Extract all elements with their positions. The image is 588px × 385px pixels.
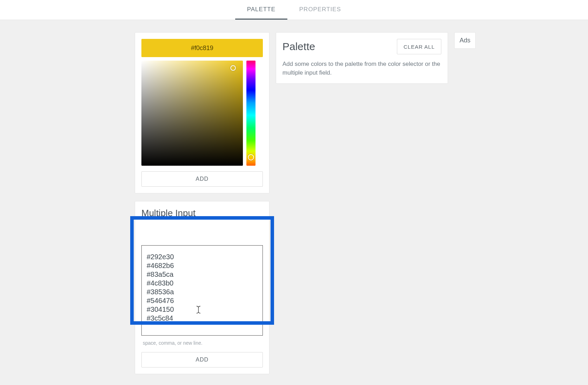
palette-panel: Palette CLEAR ALL Add some colors to the… [276,32,448,84]
add-color-button-label: ADD [196,176,209,182]
tab-properties-label: PROPERTIES [299,6,341,13]
add-multiple-button-label: ADD [196,357,209,363]
clear-all-button[interactable]: CLEAR ALL [397,39,441,54]
multiple-input-helper: space, comma, or new line. [143,340,261,346]
tab-palette-label: PALETTE [247,6,275,13]
hue-thumb-icon[interactable] [248,154,254,160]
tab-palette[interactable]: PALETTE [235,0,287,20]
add-multiple-button[interactable]: ADD [141,352,263,367]
color-picker-card: #f0c819 ADD [135,32,270,193]
multiple-input-title: Multiple Input [141,208,263,219]
saturation-value-picker[interactable] [141,61,243,166]
ads-placeholder: Ads [454,32,476,49]
multiple-input-textarea[interactable] [141,245,263,336]
hue-slider[interactable] [246,61,255,166]
palette-description: Add some colors to the palette from the … [282,60,441,77]
sv-thumb-icon[interactable] [230,65,236,71]
color-picker-body [141,61,263,166]
clear-all-button-label: CLEAR ALL [404,44,435,50]
selected-color-header: #f0c819 [141,39,263,57]
right-column: Ads [454,32,476,49]
palette-header: Palette CLEAR ALL [282,39,441,54]
selected-color-hex: #f0c819 [191,44,213,52]
tab-bar: PALETTE PROPERTIES [0,0,588,20]
palette-title: Palette [282,41,315,53]
tab-properties[interactable]: PROPERTIES [287,0,353,20]
main-content: #f0c819 ADD Multiple Input [0,20,588,374]
left-column: #f0c819 ADD Multiple Input [135,32,270,374]
ads-label: Ads [460,37,470,44]
add-color-button[interactable]: ADD [141,171,263,187]
multiple-input-card: Multiple Input space, comma, or new line… [135,201,270,374]
center-column: Palette CLEAR ALL Add some colors to the… [276,32,448,84]
